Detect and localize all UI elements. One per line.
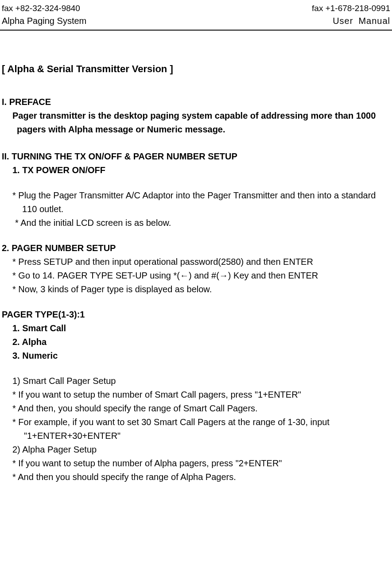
- fax-right: fax +1-678-218-0991: [312, 4, 390, 13]
- s2-line2: 110 outlet.: [2, 202, 390, 216]
- smartcall-line3: * And then, you should specify the range…: [2, 402, 390, 415]
- pager-type-heading: PAGER TYPE(1-3):1: [2, 308, 390, 321]
- alpha-line3: * And then you should specify the range …: [2, 470, 390, 484]
- fax-left: fax +82-32-324-9840: [2, 4, 80, 13]
- pager-setup-line1: * Press SETUP and then input operational…: [2, 255, 390, 269]
- title-user: User: [333, 16, 353, 26]
- smartcall-line4: * For example, if you want to set 30 Sma…: [2, 415, 390, 429]
- preface-heading: I. PREFACE: [2, 95, 390, 109]
- alpha-line2: * If you want to setup the number of Alp…: [2, 457, 390, 470]
- section2-sub1: 1. TX POWER ON/OFF: [2, 163, 390, 177]
- s2-line1: * Plug the Pager Transmitter A/C Adaptor…: [2, 189, 390, 202]
- s2-line3: * And the initial LCD screen is as below…: [2, 216, 390, 230]
- document-body: [ Alpha & Serial Transmitter Version ] I…: [0, 31, 392, 484]
- smartcall-line5: "1+ENTER+30+ENTER": [2, 429, 390, 443]
- smartcall-line1: 1) Smart Call Pager Setup: [2, 374, 390, 388]
- title-left: Alpha Paging System: [2, 16, 86, 26]
- document-header: fax +82-32-324-9840 fax +1-678-218-0991 …: [0, 4, 392, 28]
- title-row: Alpha Paging System UserManual: [2, 16, 390, 26]
- pager-type-opt1: 1. Smart Call: [2, 321, 390, 335]
- pager-setup-line3: * Now, 3 kinds of Pager type is displaye…: [2, 283, 390, 296]
- title-right: UserManual: [333, 16, 390, 26]
- pager-type-opt3: 3. Numeric: [2, 349, 390, 363]
- smartcall-line2: * If you want to setup the number of Sma…: [2, 388, 390, 402]
- section2-heading: II. TURNING THE TX ON/OFF & PAGER NUMBER…: [2, 150, 390, 163]
- pager-setup-heading: 2. PAGER NUMBER SETUP: [2, 241, 390, 255]
- preface-line2: pagers with Alpha message or Numeric mes…: [2, 123, 390, 136]
- title-manual: Manual: [358, 16, 390, 26]
- preface-line1: Pager transmitter is the desktop paging …: [2, 109, 390, 123]
- pager-type-opt2: 2. Alpha: [2, 335, 390, 349]
- main-title: [ Alpha & Serial Transmitter Version ]: [2, 62, 390, 77]
- fax-row: fax +82-32-324-9840 fax +1-678-218-0991: [2, 4, 390, 13]
- pager-setup-line2: * Go to 14. PAGER TYPE SET-UP using *(←)…: [2, 269, 390, 283]
- document-page: fax +82-32-324-9840 fax +1-678-218-0991 …: [0, 0, 392, 484]
- alpha-line1: 2) Alpha Pager Setup: [2, 443, 390, 457]
